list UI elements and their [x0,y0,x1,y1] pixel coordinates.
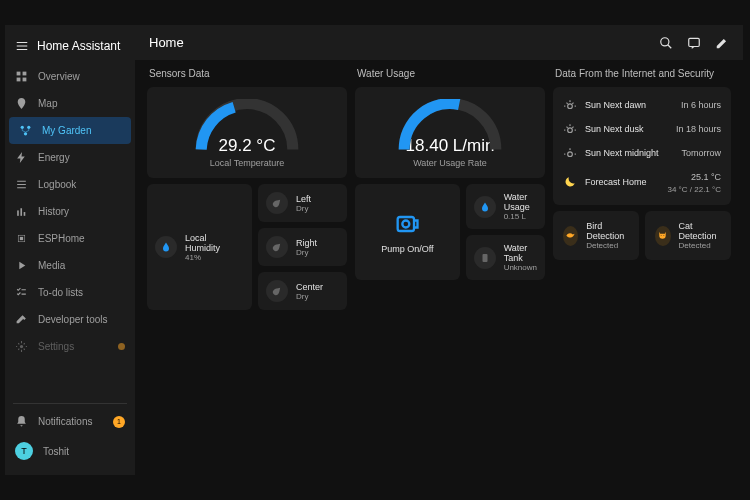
forecast-range: 34 °C / 22.1 °C [667,185,721,194]
user-name: Toshit [43,446,69,457]
hammer-icon [15,313,28,326]
tile-name: Bird Detection [586,221,629,241]
sidebar-item-user[interactable]: TToshit [5,435,135,467]
sidebar-item-label: History [38,206,69,217]
leaf-icon [266,280,288,302]
tile-name: Water Tank [504,243,537,263]
svg-point-6 [24,132,27,135]
moon-icon [563,175,577,189]
svg-point-16 [403,221,410,228]
svg-rect-11 [20,237,23,240]
pump-toggle-card[interactable]: Pump On/Off [355,184,460,280]
app-title: Home Assistant [37,39,120,53]
edit-icon[interactable] [715,36,729,50]
main: Home Sensors Data 29.2 °C Local Temperat… [135,25,743,475]
sidebar-item-label: Overview [38,71,80,82]
section-title-internet: Data From the Internet and Security [553,68,731,79]
sidebar-item-label: Energy [38,152,70,163]
sidebar-item-my-garden[interactable]: My Garden [9,117,131,144]
bell-icon [15,415,28,428]
sidebar-item-label: ESPHome [38,233,85,244]
tile-name: Cat Detection [679,221,721,241]
dashboard-icon [15,70,28,83]
svg-rect-0 [17,72,21,76]
cat-detection-tile[interactable]: Cat DetectionDetected [645,211,731,260]
sidebar-item-label: Notifications [38,416,92,427]
row-value: Tomorrow [682,148,722,158]
chat-icon[interactable] [687,36,701,50]
svg-rect-9 [24,212,26,216]
sidebar-item-logbook[interactable]: Logbook [5,171,135,198]
tile-value: Dry [296,248,317,257]
map-icon [15,97,28,110]
midnight-icon [563,146,577,160]
svg-rect-2 [17,78,21,82]
svg-rect-1 [23,72,27,76]
tile-value: Dry [296,292,323,301]
svg-point-4 [21,126,24,129]
todo-icon [15,286,28,299]
svg-point-13 [661,37,669,45]
page-title: Home [149,35,184,50]
history-icon [15,205,28,218]
sidebar-item-map[interactable]: Map [5,90,135,117]
temperature-label: Local Temperature [210,158,284,168]
sidebar-item-notifications[interactable]: Notifications1 [5,408,135,435]
menu-icon[interactable] [15,39,29,53]
sidebar-item-esphome[interactable]: ESPHome [5,225,135,252]
water-rate-gauge-card[interactable]: 18.40 L/min Water Usage Rate [355,87,545,178]
sidebar-item-overview[interactable]: Overview [5,63,135,90]
tile-name: Center [296,282,323,292]
svg-point-18 [568,104,573,109]
svg-point-5 [27,126,30,129]
sidebar-item-energy[interactable]: Energy [5,144,135,171]
sidebar-item-label: Settings [38,341,74,352]
zone-center-tile[interactable]: CenterDry [258,272,347,310]
tile-value: Dry [296,204,311,213]
tile-value: 0.15 L [504,212,537,221]
leaf-icon [266,192,288,214]
sidebar-item-label: Logbook [38,179,76,190]
tile-value: Detected [586,241,629,250]
sidebar-item-settings[interactable]: Settings [5,333,135,360]
sidebar-item-label: To-do lists [38,287,83,298]
humidity-icon [155,236,177,258]
row-name: Sun Next dawn [585,100,673,110]
sidebar-item-devtools[interactable]: Developer tools [5,306,135,333]
svg-point-22 [664,235,665,236]
bird-detection-tile[interactable]: Bird DetectionDetected [553,211,639,260]
tile-name: Local Humidity [185,233,244,253]
temperature-gauge [192,99,302,154]
temperature-gauge-card[interactable]: 29.2 °C Local Temperature [147,87,347,178]
water-rate-gauge [395,99,505,154]
sun-forecast-card: Sun Next dawnIn 6 hours Sun Next duskIn … [553,87,731,205]
sidebar-item-todo[interactable]: To-do lists [5,279,135,306]
row-value: In 6 hours [681,100,721,110]
tile-name: Right [296,238,317,248]
sun-midnight-row[interactable]: Sun Next midnightTomorrow [563,141,721,165]
zone-left-tile[interactable]: LeftDry [258,184,347,222]
sun-dawn-row[interactable]: Sun Next dawnIn 6 hours [563,93,721,117]
water-tank-tile[interactable]: Water TankUnknown [466,235,545,280]
humidity-tile[interactable]: Local Humidity41% [147,184,252,310]
water-usage-tile[interactable]: Water Usage0.15 L [466,184,545,229]
row-name: Sun Next midnight [585,148,674,158]
sidebar-item-label: My Garden [42,125,91,136]
sidebar-item-label: Developer tools [38,314,107,325]
tile-value: Unknown [504,263,537,272]
tile-value: 41% [185,253,244,262]
avatar: T [15,442,33,460]
sun-dusk-row[interactable]: Sun Next duskIn 18 hours [563,117,721,141]
search-icon[interactable] [659,36,673,50]
bird-icon [563,226,578,246]
sidebar-item-media[interactable]: Media [5,252,135,279]
water-icon [474,196,496,218]
forecast-temp: 25.1 °C [691,172,721,182]
sidebar-item-history[interactable]: History [5,198,135,225]
forecast-row[interactable]: Forecast Home25.1 °C34 °C / 22.1 °C [563,165,721,199]
pump-label: Pump On/Off [381,244,433,254]
zone-right-tile[interactable]: RightDry [258,228,347,266]
garden-icon [19,124,32,137]
cat-icon [655,226,671,246]
chip-icon [15,232,28,245]
